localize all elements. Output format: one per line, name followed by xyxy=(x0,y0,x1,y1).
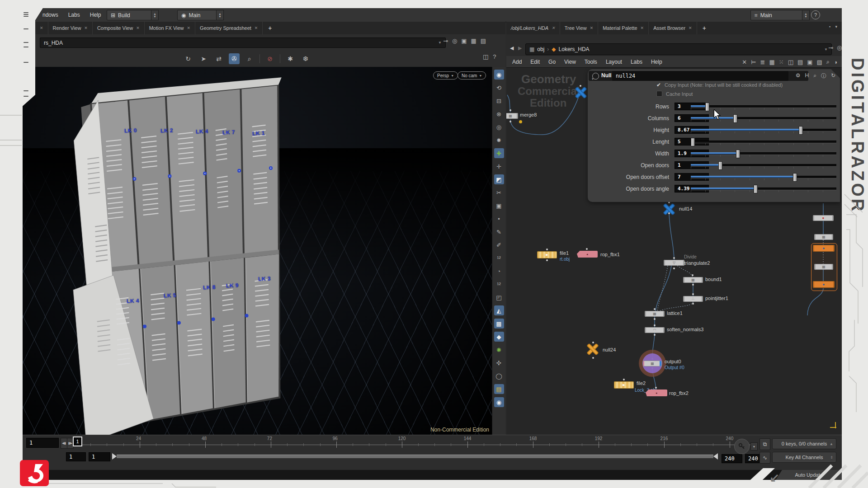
range-end-field[interactable]: 240 xyxy=(722,454,742,463)
node-null14[interactable] xyxy=(662,203,676,215)
image-plane-icon[interactable]: ▤ xyxy=(494,384,504,394)
forward-button[interactable]: ▶ xyxy=(518,45,522,51)
back-button[interactable]: ◀ xyxy=(510,45,514,51)
node-triangulate2[interactable]: ▽ xyxy=(664,260,684,266)
desktop-build-select[interactable]: ⊞ Build xyxy=(107,10,158,20)
box-icon[interactable]: ▧ xyxy=(817,59,822,66)
help-button[interactable]: ? xyxy=(811,10,820,19)
gear-icon[interactable]: ⚙ xyxy=(796,72,801,80)
network-breadcrumb[interactable]: ▦ obj › ◆ Lokers_HDA ▼ xyxy=(525,43,832,55)
viewport-help-icon[interactable]: ? xyxy=(493,53,496,60)
range-grip-left[interactable] xyxy=(112,453,117,460)
close-icon[interactable]: ✕ xyxy=(187,26,191,30)
tab-motion-fx-view[interactable]: Motion FX View✕ xyxy=(145,22,195,34)
film-icon[interactable]: ▤ xyxy=(481,38,486,44)
node-bound1[interactable]: ▦ xyxy=(683,277,703,283)
secure-cam-icon[interactable]: ◎ xyxy=(494,122,504,132)
zoom-box-icon[interactable]: ⌕ xyxy=(244,53,255,64)
show-objects-icon[interactable]: ⟲ xyxy=(494,83,504,93)
menu-help[interactable]: Help xyxy=(90,12,101,18)
node-right-2[interactable]: ▦ xyxy=(814,234,833,240)
transform-icon[interactable]: ⇄ xyxy=(213,53,224,64)
prev-frame-button[interactable]: ◀▮ xyxy=(61,438,67,449)
right-desktop-select[interactable]: ⌗ Main xyxy=(750,10,809,20)
hierarchy-icon[interactable]: ⊨ xyxy=(751,59,756,66)
keys-status[interactable]: 0 keys, 0/0 channels▲ xyxy=(772,438,836,449)
param-slider[interactable] xyxy=(691,124,836,136)
param-slider[interactable] xyxy=(691,171,836,183)
net-menu-help[interactable]: Help xyxy=(651,59,662,65)
close-icon[interactable]: ✕ xyxy=(641,26,644,30)
range-start-global-field[interactable]: 1 xyxy=(89,452,110,461)
lock-icon[interactable]: ⊟ xyxy=(494,96,504,106)
pen-icon[interactable]: ✐ xyxy=(494,240,504,250)
search-icon[interactable]: ⌕ xyxy=(813,72,816,80)
node-null24-selected[interactable] xyxy=(586,343,599,355)
node-rop-fbx2[interactable]: ● xyxy=(646,389,667,396)
node-right-1[interactable]: ● xyxy=(813,215,834,221)
close-icon[interactable]: ✕ xyxy=(590,26,594,30)
auto-update-select[interactable]: Auto Update xyxy=(776,470,842,480)
camera-icon[interactable]: ▣ xyxy=(461,38,467,44)
path-input[interactable]: rs_HDA▼ xyxy=(40,38,446,48)
notes-icon[interactable]: ▤ xyxy=(797,59,803,66)
point-icon[interactable]: • xyxy=(494,214,504,224)
wrench-icon[interactable]: ✕ xyxy=(742,59,747,66)
range-slider[interactable] xyxy=(112,453,718,460)
param-slider[interactable] xyxy=(691,160,836,171)
brush-icon[interactable]: ✎ xyxy=(494,227,504,237)
visualizer-icon[interactable]: ◉ xyxy=(494,397,504,407)
checker-icon[interactable]: ▩ xyxy=(494,319,504,328)
contrast-icon[interactable]: ◑ xyxy=(834,59,837,66)
slider-handle[interactable] xyxy=(705,103,709,111)
prim-count-icon[interactable]: ¹² xyxy=(494,279,504,289)
tumble-icon[interactable]: ↻ xyxy=(183,53,193,64)
net-menu-go[interactable]: Go xyxy=(548,59,556,65)
link-icon[interactable]: ⊸ xyxy=(443,38,448,44)
node-name-input[interactable]: null24 xyxy=(612,71,788,81)
snowflake-icon[interactable]: ❆ xyxy=(300,53,311,64)
points-display-icon[interactable]: ◆ xyxy=(494,332,504,342)
net-menu-layout[interactable]: Layout xyxy=(606,59,622,65)
search-icon[interactable]: ⌕ xyxy=(826,58,830,66)
slider-handle[interactable] xyxy=(736,150,740,158)
lockers-model[interactable] xyxy=(59,75,312,435)
scissors-icon[interactable]: ✂ xyxy=(494,188,504,197)
checkbox-icon[interactable] xyxy=(656,91,662,97)
new-tab-button[interactable]: + xyxy=(263,22,277,34)
param-slider[interactable] xyxy=(691,148,836,160)
slider-handle[interactable] xyxy=(799,126,803,135)
add-icon[interactable]: ✛ xyxy=(494,161,504,171)
key-options-dropdown[interactable]: ▼ xyxy=(750,442,758,450)
pin-icon[interactable]: ⊸ xyxy=(828,44,833,51)
tab-geometry-spreadsheet[interactable]: Geometry Spreadsheet✕ xyxy=(195,22,263,34)
slider-handle[interactable] xyxy=(754,185,758,193)
close-icon[interactable]: ✕ xyxy=(552,26,555,30)
cache-input-row[interactable]: Cache Input xyxy=(656,91,693,97)
normals-icon[interactable]: ◭ xyxy=(494,305,504,315)
chevron-down-icon[interactable]: ▼ xyxy=(591,78,594,80)
visibility-icon[interactable]: ◉ xyxy=(494,70,504,80)
no-select-icon[interactable]: ⊗ xyxy=(494,109,504,119)
node-soften-normals3[interactable]: ◠ xyxy=(645,327,665,333)
new-tab-button[interactable]: + xyxy=(697,22,712,34)
select-icon[interactable]: ➤ xyxy=(198,53,209,64)
build-spinner[interactable]: ▲▼ xyxy=(151,10,159,20)
tab-asset-browser[interactable]: Asset Browser✕ xyxy=(649,22,697,34)
close-icon[interactable]: ✕ xyxy=(255,26,258,30)
particle-icon[interactable]: ✺ xyxy=(494,345,504,355)
slider-handle[interactable] xyxy=(718,161,722,170)
param-slider[interactable] xyxy=(691,183,836,195)
param-slider[interactable] xyxy=(691,101,836,113)
refresh-icon[interactable]: ↻ xyxy=(831,72,835,80)
node-right-3-selected[interactable]: ● xyxy=(813,245,835,252)
ruler-icon[interactable]: ◰ xyxy=(494,292,504,302)
node-pointjitter1[interactable]: ∴ xyxy=(683,296,703,302)
motion-curve-icon[interactable]: ∿ xyxy=(760,452,770,464)
no-live-icon[interactable]: ⊘ xyxy=(264,53,275,64)
target-icon[interactable]: ◎ xyxy=(837,44,842,51)
split-view-icon[interactable]: ◫ xyxy=(788,59,793,66)
key-mode-select[interactable]: Key All Channels⇕ xyxy=(772,452,836,463)
add-object-icon[interactable]: ✚ xyxy=(494,148,504,158)
tab-obj-lokers-hda[interactable]: /obj/Lokers_HDA✕ xyxy=(506,22,560,34)
